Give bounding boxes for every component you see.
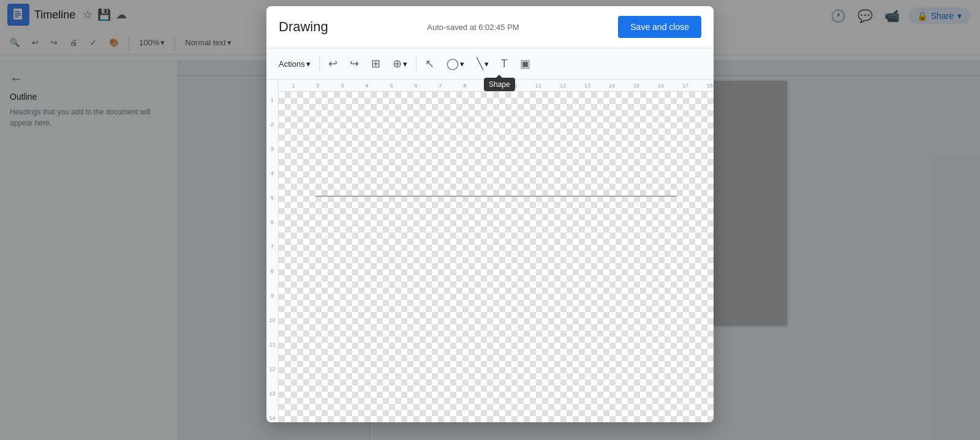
drawing-line-icon: ╲ xyxy=(477,57,483,70)
ruler-h-number: 14 xyxy=(600,83,624,89)
drawing-dialog: Drawing Auto-saved at 6:02:45 PM Save an… xyxy=(266,6,714,422)
drawing-redo-btn[interactable]: ↪ xyxy=(345,53,364,74)
ruler-v-number: 7 xyxy=(266,226,278,251)
ruler-h-number: 1 xyxy=(281,83,306,89)
ruler-v-number: 10 xyxy=(266,300,278,324)
drawing-canvas-wrapper: 1234567891011121314 12345678910111213141… xyxy=(266,80,714,422)
actions-button[interactable]: Actions ▾ xyxy=(274,56,315,72)
ruler-h-number: 18 xyxy=(698,83,714,89)
ruler-v-number: 14 xyxy=(266,398,278,422)
drawing-line-arrow: ▾ xyxy=(484,59,489,69)
canvas-drawn-line xyxy=(315,196,677,196)
ruler-v-number: 13 xyxy=(266,373,278,398)
drawing-select-btn[interactable]: ↖ xyxy=(420,53,439,74)
ruler-h-number: 16 xyxy=(649,83,673,89)
drawing-undo-icon: ↩ xyxy=(328,57,337,70)
actions-arrow: ▾ xyxy=(306,59,311,69)
ruler-h-number: 2 xyxy=(306,83,330,89)
drawing-toolbar: Actions ▾ ↩ ↪ ⊞ ⊕ ▾ ↖ ◯ ▾ xyxy=(266,48,714,80)
ruler-h: 1234567891011121314151617181 xyxy=(281,83,714,89)
drawing-select-icon: ↖ xyxy=(425,57,434,70)
ruler-v-number: 8 xyxy=(266,251,278,275)
drawing-zoom-icon: ⊕ xyxy=(393,57,402,70)
ruler-h-number: 9 xyxy=(477,83,502,89)
drawing-canvas-col: 1234567891011121314151617181 xyxy=(279,80,714,422)
drawing-left-ruler: 1234567891011121314 xyxy=(266,80,279,422)
ruler-v-number: 5 xyxy=(266,177,278,202)
drawing-clipboard-btn[interactable]: ⊞ xyxy=(366,53,385,74)
drawing-zoom-arrow: ▾ xyxy=(403,59,407,69)
drawing-image-icon: ▣ xyxy=(520,57,530,70)
drawing-undo-btn[interactable]: ↩ xyxy=(323,53,342,74)
ruler-v-number: 12 xyxy=(266,349,278,373)
ruler-h-number: 8 xyxy=(453,83,477,89)
drawing-header: Drawing Auto-saved at 6:02:45 PM Save an… xyxy=(266,6,714,48)
dtb-sep-1 xyxy=(319,56,320,71)
drawing-shape-btn[interactable]: ◯ ▾ xyxy=(442,53,469,74)
modal-overlay: Drawing Auto-saved at 6:02:45 PM Save an… xyxy=(0,0,980,440)
ruler-v-number: 6 xyxy=(266,202,278,226)
save-close-button[interactable]: Save and close xyxy=(618,16,701,38)
drawing-canvas[interactable] xyxy=(279,92,714,422)
ruler-h-number: 15 xyxy=(624,83,649,89)
ruler-h-number: 7 xyxy=(428,83,453,89)
ruler-h-number: 12 xyxy=(551,83,575,89)
drawing-line-btn[interactable]: ╲ ▾ xyxy=(472,53,494,74)
ruler-h-number: 17 xyxy=(673,83,698,89)
drawing-title: Drawing xyxy=(279,19,328,35)
ruler-v-number: 2 xyxy=(266,104,278,129)
ruler-v-number: 3 xyxy=(266,129,278,153)
ruler-h-number: 11 xyxy=(526,83,551,89)
drawing-text-btn[interactable]: T xyxy=(496,54,513,74)
ruler-v-number: 11 xyxy=(266,324,278,349)
ruler-h-number: 4 xyxy=(355,83,379,89)
dtb-sep-2 xyxy=(416,56,417,71)
ruler-v-number: 1 xyxy=(266,80,278,104)
drawing-redo-icon: ↪ xyxy=(350,57,359,70)
drawing-shape-arrow: ▾ xyxy=(460,59,464,69)
ruler-h-number: 10 xyxy=(502,83,526,89)
ruler-v-number: 9 xyxy=(266,275,278,300)
drawing-shape-icon: ◯ xyxy=(447,57,459,70)
drawing-zoom-btn[interactable]: ⊕ ▾ xyxy=(388,53,412,74)
actions-label: Actions xyxy=(279,59,305,69)
ruler-h-number: 13 xyxy=(575,83,600,89)
ruler-v-number: 4 xyxy=(266,153,278,177)
ruler-h-number: 3 xyxy=(330,83,355,89)
drawing-text-icon: T xyxy=(501,58,508,70)
ruler-v: 1234567891011121314 xyxy=(266,80,278,422)
ruler-h-number: 6 xyxy=(404,83,428,89)
drawing-clipboard-icon: ⊞ xyxy=(371,57,380,70)
drawing-autosave: Auto-saved at 6:02:45 PM xyxy=(427,23,519,32)
ruler-h-number: 5 xyxy=(379,83,404,89)
drawing-image-btn[interactable]: ▣ xyxy=(515,53,535,74)
drawing-top-ruler: 1234567891011121314151617181 xyxy=(279,80,714,92)
